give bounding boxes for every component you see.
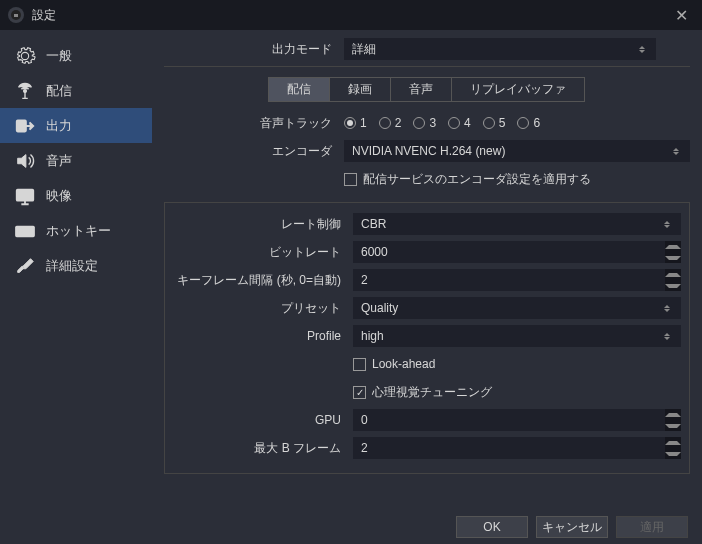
cancel-button[interactable]: キャンセル — [536, 516, 608, 538]
bitrate-label: ビットレート — [173, 244, 353, 261]
preset-select[interactable]: Quality — [353, 297, 681, 319]
spin-down-icon[interactable] — [665, 252, 681, 263]
encoder-label: エンコーダ — [164, 143, 344, 160]
output-mode-label: 出力モード — [164, 41, 344, 58]
profile-select[interactable]: high — [353, 325, 681, 347]
encoder-select[interactable]: NVIDIA NVENC H.264 (new) — [344, 140, 690, 162]
lookahead-check[interactable]: Look-ahead — [353, 357, 435, 371]
titlebar: 設定 ✕ — [0, 0, 702, 30]
rate-control-label: レート制御 — [173, 216, 353, 233]
track-radio-5[interactable]: 5 — [483, 116, 506, 130]
tab-record[interactable]: 録画 — [329, 77, 391, 102]
bframes-input[interactable] — [353, 437, 681, 459]
speaker-icon — [14, 150, 36, 172]
psycho-visual-check[interactable]: 心理視覚チューニング — [353, 384, 492, 401]
sidebar-item-video[interactable]: 映像 — [0, 178, 152, 213]
apply-button[interactable]: 適用 — [616, 516, 688, 538]
svg-rect-2 — [17, 189, 34, 200]
gpu-input[interactable] — [353, 409, 681, 431]
output-tabs: 配信 録画 音声 リプレイバッファ — [164, 77, 690, 102]
sidebar-item-output[interactable]: 出力 — [0, 108, 152, 143]
rate-control-select[interactable]: CBR — [353, 213, 681, 235]
keyframe-input[interactable] — [353, 269, 681, 291]
sidebar-item-general[interactable]: 一般 — [0, 38, 152, 73]
sidebar-item-advanced[interactable]: 詳細設定 — [0, 248, 152, 283]
tab-audio[interactable]: 音声 — [390, 77, 452, 102]
spin-down-icon[interactable] — [665, 420, 681, 431]
sidebar-item-stream[interactable]: 配信 — [0, 73, 152, 108]
audio-track-label: 音声トラック — [164, 115, 344, 132]
sidebar-item-label: ホットキー — [46, 222, 111, 240]
bitrate-input[interactable] — [353, 241, 681, 263]
track-radio-2[interactable]: 2 — [379, 116, 402, 130]
sidebar: 一般 配信 出力 音声 映像 ホットキー 詳細設定 — [0, 30, 152, 510]
tools-icon — [14, 255, 36, 277]
track-radio-3[interactable]: 3 — [413, 116, 436, 130]
tab-stream[interactable]: 配信 — [268, 77, 330, 102]
bframes-label: 最大 B フレーム — [173, 440, 353, 457]
obs-logo-icon — [8, 7, 24, 23]
main-panel: 出力モード 詳細 配信 録画 音声 リプレイバッファ 音声トラック 1 2 3 … — [152, 30, 702, 510]
keyframe-label: キーフレーム間隔 (秒, 0=自動) — [173, 272, 353, 289]
monitor-icon — [14, 185, 36, 207]
sidebar-item-label: 詳細設定 — [46, 257, 98, 275]
ok-button[interactable]: OK — [456, 516, 528, 538]
output-arrow-icon — [14, 115, 36, 137]
profile-label: Profile — [173, 329, 353, 343]
preset-label: プリセット — [173, 300, 353, 317]
gear-icon — [14, 45, 36, 67]
gpu-label: GPU — [173, 413, 353, 427]
spin-down-icon[interactable] — [665, 280, 681, 291]
footer: OK キャンセル 適用 — [0, 510, 702, 544]
sidebar-item-label: 映像 — [46, 187, 72, 205]
sidebar-item-label: 音声 — [46, 152, 72, 170]
spin-down-icon[interactable] — [665, 448, 681, 459]
sidebar-item-hotkeys[interactable]: ホットキー — [0, 213, 152, 248]
divider — [164, 66, 690, 67]
output-mode-select[interactable]: 詳細 — [344, 38, 656, 60]
sidebar-item-label: 配信 — [46, 82, 72, 100]
keyboard-icon — [14, 220, 36, 242]
spin-up-icon[interactable] — [665, 241, 681, 252]
spin-up-icon[interactable] — [665, 269, 681, 280]
encoder-settings-panel: レート制御 CBR ビットレート キーフレーム間隔 (秒, 0=自動) プリセッ… — [164, 202, 690, 474]
spin-up-icon[interactable] — [665, 437, 681, 448]
close-icon[interactable]: ✕ — [669, 4, 694, 27]
sidebar-item-label: 一般 — [46, 47, 72, 65]
track-radio-4[interactable]: 4 — [448, 116, 471, 130]
spin-up-icon[interactable] — [665, 409, 681, 420]
svg-rect-1 — [17, 120, 26, 131]
sidebar-item-label: 出力 — [46, 117, 72, 135]
antenna-icon — [14, 80, 36, 102]
enforce-service-check[interactable]: 配信サービスのエンコーダ設定を適用する — [344, 171, 591, 188]
sidebar-item-audio[interactable]: 音声 — [0, 143, 152, 178]
track-radio-6[interactable]: 6 — [517, 116, 540, 130]
track-radio-1[interactable]: 1 — [344, 116, 367, 130]
window-title: 設定 — [32, 7, 56, 24]
tab-replay[interactable]: リプレイバッファ — [451, 77, 585, 102]
svg-point-0 — [24, 89, 27, 92]
